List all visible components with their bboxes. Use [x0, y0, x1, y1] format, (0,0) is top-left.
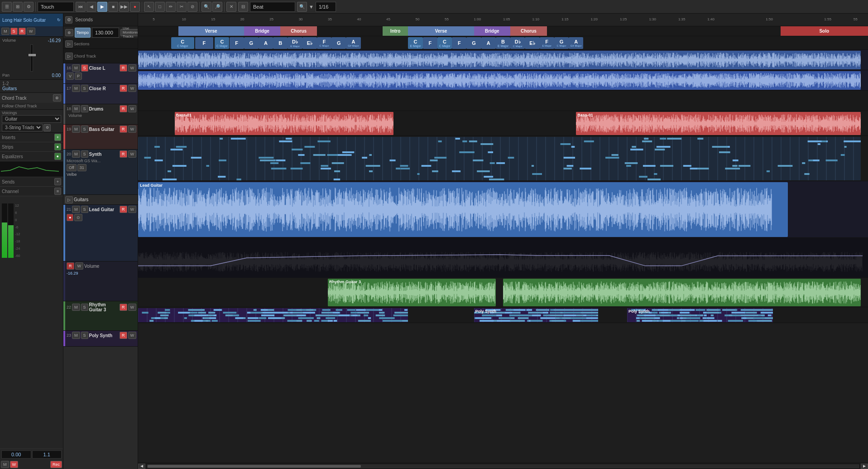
- write-22[interactable]: W: [128, 304, 137, 311]
- chord-G3[interactable]: G: [466, 37, 481, 49]
- read-btn[interactable]: R: [19, 28, 26, 35]
- chord-C2[interactable]: C C Major: [215, 37, 229, 49]
- chord-G[interactable]: G: [244, 37, 259, 49]
- channel-btn[interactable]: ≡: [54, 188, 61, 195]
- write-18[interactable]: W: [128, 105, 137, 112]
- forward-btn[interactable]: ▶▶: [119, 2, 129, 12]
- mute-23[interactable]: M: [72, 332, 80, 339]
- region-poly-synth-1[interactable]: [138, 308, 408, 322]
- grid-btn[interactable]: ⊞: [13, 2, 23, 12]
- erase-tool[interactable]: ⊘: [187, 2, 197, 12]
- chord-Eb[interactable]: E♭: [302, 37, 317, 49]
- region-bass-2[interactable]: Bass-01: [576, 112, 861, 135]
- rewind-btn[interactable]: ⏮: [76, 2, 86, 12]
- voicing-type-select[interactable]: Guitar: [2, 115, 61, 123]
- solo-21[interactable]: S: [81, 206, 88, 213]
- chord-B2[interactable]: B E Major: [496, 37, 510, 49]
- record-btn[interactable]: ●: [130, 2, 140, 12]
- chord-C1[interactable]: C C Major: [171, 37, 195, 49]
- channel-section-header[interactable]: Channel ≡: [0, 187, 63, 196]
- zoom-in-btn[interactable]: 🔍: [201, 2, 211, 12]
- chord-C3[interactable]: C E Major: [408, 37, 422, 49]
- chord-C4[interactable]: C C Major: [437, 37, 452, 49]
- scroll-right-btn[interactable]: ▶: [861, 464, 868, 469]
- solo-20[interactable]: S: [81, 150, 88, 158]
- mute-17[interactable]: M: [72, 85, 80, 92]
- read-18[interactable]: R: [120, 105, 127, 112]
- stop-btn[interactable]: ■: [108, 2, 118, 12]
- read-21[interactable]: R: [120, 206, 127, 213]
- sends-section-header[interactable]: Sends +: [0, 177, 63, 187]
- chord-A3[interactable]: A: [481, 37, 496, 49]
- mute-19[interactable]: M: [72, 126, 80, 133]
- chord-Eb2[interactable]: E♭: [525, 37, 539, 49]
- settings-btn[interactable]: ⚙: [24, 2, 34, 12]
- volume-fader[interactable]: [30, 44, 33, 72]
- cut-tool[interactable]: ✂: [177, 2, 187, 12]
- solo-19[interactable]: S: [81, 126, 88, 133]
- search-btn[interactable]: 🔍: [297, 2, 307, 12]
- region-poly-synth-2[interactable]: Poly Synth: [474, 308, 598, 322]
- region-bass-1[interactable]: Bass-01: [175, 112, 394, 135]
- synth-ch-btn[interactable]: 31: [77, 164, 86, 171]
- region-lead-guitar[interactable]: Lead Guitar: [138, 182, 788, 237]
- eq-toggle-btn[interactable]: ●: [54, 153, 61, 160]
- mute-btn[interactable]: M: [1, 28, 10, 35]
- chord-A2[interactable]: A G# Major: [346, 37, 360, 49]
- chord-F1[interactable]: F: [195, 37, 213, 49]
- solo-18[interactable]: S: [81, 105, 88, 112]
- menu-btn[interactable]: ☰: [2, 2, 12, 12]
- track-16-pan[interactable]: P: [75, 73, 82, 80]
- region-close-r[interactable]: [138, 71, 861, 90]
- inserts-add-btn[interactable]: +: [54, 134, 61, 141]
- chord-mode-select[interactable]: 3-String Triads: [2, 124, 43, 131]
- chord-Db[interactable]: D♭ E Major: [288, 37, 302, 49]
- region-poly-synth-3[interactable]: Poly Synth: [627, 308, 773, 322]
- region-rhythm-guitar-1[interactable]: Rhythm Guitar 3: [328, 279, 496, 306]
- guitars-folder-expand[interactable]: ▷: [65, 196, 73, 203]
- play-btn[interactable]: ▶: [97, 2, 107, 12]
- solo-17[interactable]: S: [81, 85, 88, 92]
- chord-F5[interactable]: F: [452, 37, 466, 49]
- solo-btn[interactable]: S: [10, 28, 18, 35]
- tempo-label-btn[interactable]: Tempo: [75, 28, 91, 38]
- section-verse-2[interactable]: Verse: [408, 26, 474, 36]
- strips-section-header[interactable]: Strips ●: [0, 142, 63, 152]
- section-verse-1[interactable]: Verse: [178, 26, 244, 36]
- zoom-out-btn[interactable]: 🔎: [212, 2, 222, 12]
- chord-settings-btn[interactable]: ⚙: [43, 124, 51, 131]
- read-22[interactable]: R: [120, 304, 127, 311]
- chord-F4[interactable]: F: [423, 37, 437, 49]
- chord-G4[interactable]: G C Major: [554, 37, 569, 49]
- solo-16[interactable]: S: [81, 64, 88, 72]
- read-16[interactable]: R: [120, 64, 127, 72]
- rect-tool[interactable]: □: [155, 2, 165, 12]
- horizontal-scroll-thumb[interactable]: [148, 465, 361, 468]
- strips-toggle-btn[interactable]: ●: [54, 143, 61, 150]
- section-chorus-1[interactable]: Chorus: [280, 26, 317, 36]
- vol-auto-rec-btn[interactable]: R: [67, 262, 74, 270]
- read-19[interactable]: R: [120, 126, 127, 133]
- track-header-settings[interactable]: ⚙: [65, 16, 72, 24]
- chord-A4[interactable]: A G# Major: [569, 37, 583, 49]
- equalizers-section-header[interactable]: Equalizers ●: [0, 152, 63, 161]
- region-volume-auto[interactable]: [138, 238, 868, 278]
- chord-G2[interactable]: G: [331, 37, 346, 49]
- horizontal-scroll-track[interactable]: [147, 464, 859, 468]
- region-rhythm-guitar-2[interactable]: [503, 279, 861, 306]
- chord-F3[interactable]: F C Major: [317, 37, 331, 49]
- draw-tool[interactable]: ✏: [166, 2, 176, 12]
- read-20[interactable]: R: [120, 150, 127, 158]
- chord-track-expand-btn[interactable]: ▷: [65, 53, 73, 60]
- inserts-section-header[interactable]: Inserts +: [0, 133, 63, 142]
- mute-16[interactable]: M: [72, 64, 80, 72]
- mute-22[interactable]: M: [72, 304, 80, 311]
- chord-F2[interactable]: F: [230, 37, 244, 49]
- synth-off-btn[interactable]: Off: [67, 164, 77, 171]
- vol-auto-write-btn[interactable]: W: [75, 262, 84, 270]
- chord-track-btn[interactable]: ⊕: [53, 94, 61, 102]
- mute-21[interactable]: M: [72, 206, 80, 213]
- cursor-tool[interactable]: ↖: [144, 2, 154, 12]
- write-21[interactable]: W: [128, 206, 137, 213]
- solo-22[interactable]: S: [81, 304, 88, 311]
